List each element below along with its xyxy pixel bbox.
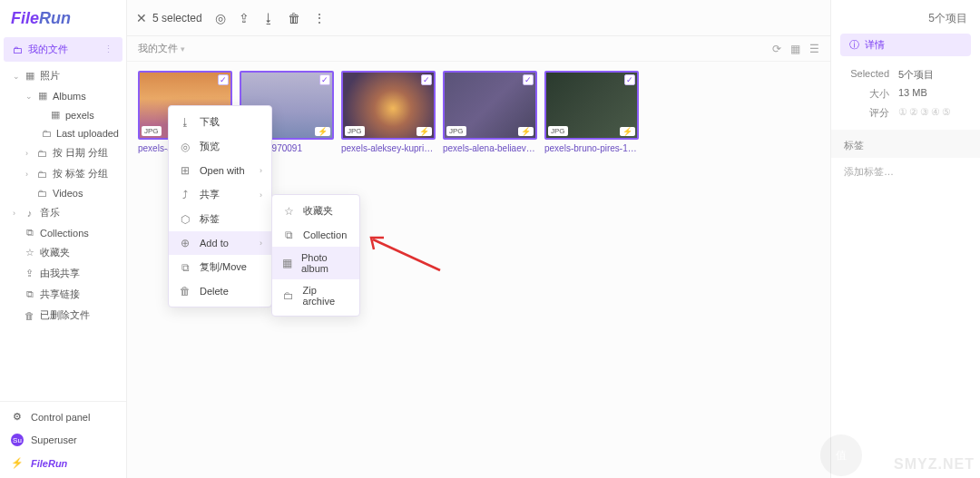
menu-item-icon: 🗀 (281, 289, 296, 302)
context-menu-item[interactable]: ◎预览 (169, 134, 271, 159)
details-button[interactable]: ⓘ 详情 (840, 34, 971, 56)
bolt-icon: ⚡ (416, 127, 432, 136)
menu-item-label: 共享 (200, 188, 220, 201)
check-icon[interactable]: ✓ (523, 74, 534, 85)
more-icon[interactable]: ⋮ (103, 44, 113, 55)
menu-item-label: Add to (200, 238, 229, 249)
refresh-icon[interactable]: ⟳ (772, 43, 781, 55)
panel-title: 5个项目 (831, 0, 980, 34)
submenu-item[interactable]: ☆收藏夹 (272, 199, 359, 223)
format-badge: JPG (446, 126, 466, 136)
thumbnail-image[interactable]: ✓ JPG ⚡ (341, 71, 436, 140)
item-icon: 🗀 (36, 148, 48, 159)
sidebar-item[interactable]: 🗑已删除文件 (0, 305, 126, 326)
selection-count: 5 selected (152, 12, 202, 24)
menu-item-label: Open with (200, 165, 245, 176)
thumbnail-image[interactable]: ✓ JPG ⚡ (443, 71, 537, 140)
user-link[interactable]: Su Superuser (0, 428, 126, 452)
item-icon: 🗑 (24, 310, 35, 321)
chevron-icon: ⌄ (13, 72, 22, 81)
info-icon: ⓘ (849, 38, 859, 52)
menu-item-icon: ◎ (178, 141, 192, 153)
sidebar-item[interactable]: ⌄▦照片 (0, 65, 126, 86)
chevron-down-icon[interactable]: ▾ (181, 44, 185, 54)
check-icon[interactable]: ✓ (218, 74, 229, 85)
item-label: pexels (65, 110, 94, 121)
brand-link[interactable]: ⚡ FileRun (0, 452, 126, 474)
detail-key: Selected (844, 68, 889, 82)
sidebar: FileRun 🗀 我的文件 ⋮ ⌄▦照片⌄▦Albums▦pexels🗀Las… (0, 0, 127, 478)
sidebar-bottom: ⚙ Control panel Su Superuser ⚡ FileRun (0, 401, 126, 478)
menu-item-label: Photo album (301, 252, 350, 274)
sidebar-item[interactable]: ☆收藏夹 (0, 242, 126, 263)
menu-item-label: 收藏夹 (303, 204, 333, 218)
sidebar-item[interactable]: 🗀Videos (0, 184, 126, 202)
context-menu-item[interactable]: ⊞Open with› (169, 159, 271, 182)
detail-key: 评分 (844, 106, 889, 120)
menu-item-icon: ⭳ (178, 116, 192, 129)
context-menu-item[interactable]: 🗑Delete (169, 279, 271, 303)
thumbnail-image[interactable]: ✓ JPG ⚡ (544, 71, 639, 140)
preview-button[interactable]: ◎ (215, 11, 226, 25)
sidebar-item[interactable]: ▦pexels (0, 105, 126, 124)
file-thumbnail[interactable]: ✓ JPG ⚡ pexels-bruno-pires-1016… (544, 71, 639, 153)
sidebar-item[interactable]: ⧉Collections (0, 223, 126, 242)
sidebar-item[interactable]: ⇪由我共享 (0, 263, 126, 284)
sidebar-item[interactable]: ›♪音乐 (0, 202, 126, 223)
file-thumbnail[interactable]: ✓ JPG ⚡ pexels-alena-beliaeva-95… (443, 71, 537, 153)
menu-item-icon: ⧉ (178, 261, 192, 274)
add-tag-input[interactable]: 添加标签… (831, 158, 980, 186)
bolt-icon: ⚡ (11, 457, 24, 469)
detail-value: ①②③④⑤ (898, 106, 953, 120)
breadcrumb-path[interactable]: 我的文件 (138, 42, 178, 55)
sidebar-my-files-label: 我的文件 (28, 43, 68, 56)
sidebar-item[interactable]: ⧉共享链接 (0, 284, 126, 305)
clear-selection-button[interactable]: ✕ 5 selected (136, 11, 202, 25)
delete-button[interactable]: 🗑 (288, 11, 300, 25)
bolt-icon: ⚡ (518, 127, 534, 136)
menu-item-label: 标签 (200, 212, 220, 226)
item-icon: ⧉ (24, 288, 35, 300)
control-panel-link[interactable]: ⚙ Control panel (0, 405, 126, 428)
detail-row: Selected5个项目 (831, 65, 980, 84)
chevron-icon: › (13, 209, 22, 218)
sidebar-item[interactable]: ›🗀按 日期 分组 (0, 142, 126, 163)
item-icon: 🗀 (42, 128, 52, 139)
context-menu-item[interactable]: ⤴共享› (169, 182, 271, 207)
logo[interactable]: FileRun (0, 0, 126, 37)
context-menu-item[interactable]: ⧉复制/Move (169, 255, 271, 279)
format-badge: JPG (345, 126, 365, 136)
item-icon: ♪ (24, 208, 35, 219)
sidebar-item[interactable]: ⌄▦Albums (0, 86, 126, 105)
detail-value: 5个项目 (898, 68, 934, 82)
check-icon[interactable]: ✓ (421, 74, 432, 85)
sidebar-item[interactable]: 🗀Last uploaded (0, 124, 126, 142)
sidebar-my-files[interactable]: 🗀 我的文件 ⋮ (4, 37, 122, 62)
context-menu-item[interactable]: ⬡标签 (169, 207, 271, 231)
item-icon: ⧉ (24, 227, 35, 239)
check-icon[interactable]: ✓ (624, 74, 635, 85)
item-label: 由我共享 (40, 267, 80, 280)
submenu-item[interactable]: ▦Photo album (272, 247, 359, 279)
item-label: 共享链接 (40, 288, 80, 301)
main-area: ✕ 5 selected ◎ ⇪ ⭳ 🗑 ⋮ 我的文件 ▾ ⟳ ▦ ☰ ✓ JP… (127, 0, 830, 478)
menu-item-label: Zip archive (303, 285, 350, 307)
download-button[interactable]: ⭳ (262, 11, 275, 25)
list-view-icon[interactable]: ☰ (809, 43, 819, 55)
menu-item-label: Collection (303, 229, 347, 240)
item-icon: ▦ (24, 70, 35, 82)
context-menu-item[interactable]: ⊕Add to› (169, 231, 271, 255)
sidebar-item[interactable]: ›🗀按 标签 分组 (0, 163, 126, 184)
file-thumbnail[interactable]: ✓ JPG ⚡ pexels-aleksey-kuprikov-… (341, 71, 436, 153)
context-menu-item[interactable]: ⭳下载 (169, 110, 271, 134)
item-label: 音乐 (40, 206, 60, 219)
item-label: 收藏夹 (40, 246, 70, 259)
menu-item-label: Delete (200, 286, 229, 297)
check-icon[interactable]: ✓ (319, 74, 330, 85)
submenu-item[interactable]: ⧉Collection (272, 223, 359, 247)
grid-view-icon[interactable]: ▦ (790, 43, 800, 55)
share-button[interactable]: ⇪ (239, 11, 250, 25)
item-icon: ☆ (24, 247, 35, 259)
submenu-item[interactable]: 🗀Zip archive (272, 279, 359, 312)
more-button[interactable]: ⋮ (313, 11, 326, 25)
